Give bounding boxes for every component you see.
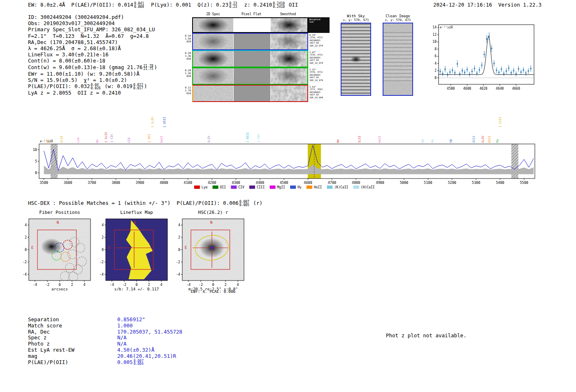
noise-texture — [234, 68, 270, 84]
fiber-positions-cutout: Fiber Positions NE-4-4-2-2002244 arcsecs — [16, 210, 95, 291]
y-tick-label: 2 — [102, 235, 104, 239]
y-tick-label: 4 — [178, 223, 180, 227]
timestamp-version: 2024-12-20 17:16:16 Version 1.22.3 — [433, 2, 541, 8]
match-table-label: Match score — [28, 323, 117, 329]
spec2d-row-labels: 1.07"(570, 671)20190203v017_03326_LU_074 — [308, 50, 330, 67]
x-tick-label: 4400 — [256, 181, 264, 185]
y-tick-label: 6 — [434, 54, 437, 58]
clean-image-title: Clean Image — [383, 14, 413, 18]
info-line: LyA z = 2.8055 OII z = 0.2410 — [28, 90, 157, 96]
legend-label: MgII — [277, 186, 285, 189]
hsc-cutout: HSC(26.2) r NE-4-4-2-2002244 m:20.5 re:2… — [170, 210, 248, 294]
y-tick-label: 0 — [178, 248, 180, 252]
stacked-uncertainty: 0.24100.2410 — [272, 2, 286, 8]
sp2d-image-strip — [192, 67, 308, 85]
info-line: Cont(n) = 8.00(±0.60)e-18 — [28, 58, 157, 64]
clean-image-coords: x, y: 570, 671 — [383, 18, 413, 22]
sp2d-image-strip — [192, 17, 308, 33]
emission-line-label: NV — [95, 139, 99, 143]
elixer-report-page: EW: 8.0±2.4Å P(LAE)/P(OII): 0.0140.0410.… — [0, 0, 576, 392]
plot-frame — [439, 25, 534, 84]
emission-blob — [271, 34, 307, 49]
match-table-label: Est LyA rest-EW — [28, 347, 117, 353]
legend-swatch — [231, 186, 237, 189]
sp2d-image-strip — [192, 85, 308, 102]
noise-texture — [271, 86, 307, 101]
x-tick-label: 4 — [83, 283, 85, 287]
north-label: N — [134, 220, 136, 225]
legend-label: (H)CaII — [361, 186, 375, 189]
emission-line-label: Hδ — [421, 139, 425, 143]
emission-line-label: OIII — [488, 136, 491, 143]
legend-swatch — [194, 186, 200, 189]
info-line: ID: 3002449204 (3002449204.pdf) — [28, 14, 157, 20]
smoothed-cell — [271, 34, 307, 49]
info-line: RA,Dec (170.204788,51.455747) — [28, 39, 157, 45]
spectrum-line — [44, 145, 534, 171]
match-table-value: 20.46(20.41,20.51)R — [117, 353, 176, 360]
east-label: E — [108, 246, 110, 250]
stacked-uncertainty: 0.230.23 — [228, 2, 238, 8]
emission-blob — [271, 68, 307, 84]
legend-swatch — [307, 186, 312, 189]
info-line: LineFlux = 3.40(±0.21)e-16 — [28, 51, 157, 58]
x-tick-label: 4 — [237, 283, 239, 287]
match-table-value: 170.205037, 51.455728 — [117, 329, 182, 335]
x-tick-label: 5500 — [520, 181, 528, 185]
y-tick-label: 14 — [432, 26, 437, 29]
stacked-uncertainty: 0.0410.008 — [133, 2, 145, 8]
spec2d-col-title-smoothed: Smoothed — [280, 12, 296, 16]
x-tick-label: 4660 — [512, 87, 520, 90]
match-table-row: Separation0.856912" — [28, 317, 182, 323]
pixel-flat-cell — [234, 18, 270, 32]
fiber-positions-title: Fiber Positions — [16, 210, 95, 216]
spec2d-row: WeightedSum — [182, 17, 330, 33]
y-tick-label: -2 — [100, 260, 104, 264]
info-line: Obs: 20190203v017_3002449204 — [28, 20, 157, 26]
y-tick-label: 0 — [25, 248, 27, 252]
match-table-label: P(LAE)/P(OII) — [28, 360, 117, 366]
emission-blob — [271, 18, 307, 32]
x-tick-label: 4600 — [463, 87, 471, 90]
legend-label: CIV — [238, 186, 244, 189]
x-tick-label: 4000 — [160, 181, 168, 185]
emission-line-label: { CIII — [498, 117, 502, 128]
x-tick-label: 4620 — [479, 87, 487, 90]
emission-blob — [193, 34, 233, 49]
with-sky-title: With Sky — [341, 14, 371, 18]
east-label: E — [185, 246, 187, 250]
noise-texture — [193, 86, 233, 101]
match-table-label: Separation — [28, 317, 117, 323]
y-tick-label: 2 — [434, 69, 437, 72]
emission-line-label: { OIII — [163, 117, 166, 128]
cutout-fiber-svg: NE-4-4-2-2002244 — [16, 216, 95, 287]
emission-line-label: { OVI — [147, 134, 151, 143]
sp2d-image-strip — [192, 50, 308, 67]
info-line: P(LAE)/P(OII): 0.0320.040.026 (w: 0.0190… — [28, 83, 157, 90]
emission-line-label: NV — [46, 139, 50, 143]
x-tick-label: 0 — [58, 283, 60, 287]
y-tick-label: 8 — [434, 47, 437, 51]
smoothed-cell — [271, 68, 307, 84]
y-tick-label: 4 — [25, 223, 27, 227]
emission-line-label: HeII — [378, 136, 381, 143]
x-tick-label: 5100 — [424, 181, 432, 185]
x-tick-label: -2 — [45, 283, 49, 287]
spec2d-col-title-2dspec: 2D Spec — [206, 12, 220, 16]
y-tick-label: -4 — [176, 272, 180, 276]
x-tick-label: -2 — [122, 283, 126, 287]
east-label: E — [31, 246, 33, 250]
lineflux-map-title: Lineflux Map — [93, 210, 172, 216]
smoothed-cell — [271, 18, 307, 32]
y-tick-label: 0 — [102, 248, 104, 252]
cutout-content — [29, 219, 91, 281]
x-tick-label: -4 — [33, 283, 37, 287]
cutout-content — [182, 219, 244, 281]
data-points — [439, 32, 531, 77]
emission-line-label: Hβ — [449, 139, 453, 143]
info-line: λ = 4626.25Å σ = 2.68(±0.18)Å — [28, 45, 157, 51]
x-tick-label: 2 — [148, 283, 150, 287]
legend-swatch — [327, 186, 333, 189]
info-line: S/N = 15.9(±0.5) χ² = 1.0(±0.2) — [28, 77, 157, 83]
emission-line-label: Lyα — [76, 137, 80, 143]
